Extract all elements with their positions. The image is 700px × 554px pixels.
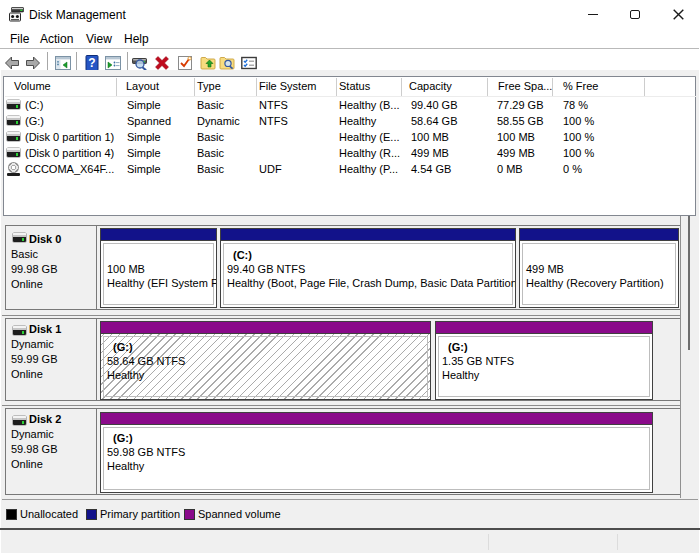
- svg-text:?: ?: [88, 56, 95, 70]
